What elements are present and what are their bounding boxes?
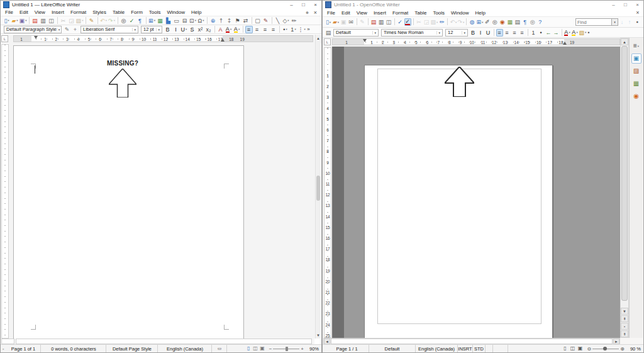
status-page-style[interactable]: Default	[369, 345, 416, 352]
horizontal-ruler[interactable]: 1 12345678910111213141516171819	[13, 35, 313, 42]
page-preview-button[interactable]: ◫	[386, 18, 392, 26]
tab-stop-selector[interactable]: L	[1, 35, 8, 42]
find-replace-button[interactable]: ◎	[120, 17, 128, 25]
sidebar-menu-button[interactable]: ≡▾	[631, 41, 641, 51]
basic-shapes-button[interactable]: ◇▾	[282, 17, 290, 25]
find-replace-button[interactable]: ◎	[491, 18, 498, 26]
insert-endnote-button[interactable]: ‡	[226, 17, 233, 25]
help-button[interactable]: ?	[536, 18, 543, 26]
export-pdf-button[interactable]: ▤	[31, 17, 39, 25]
toolbar-overflow-button[interactable]: ▪	[588, 30, 590, 35]
cross-reference-button[interactable]: ⇄	[242, 17, 250, 25]
insert-image-button[interactable]: ▦	[157, 17, 164, 25]
status-blank-2[interactable]	[493, 345, 508, 352]
increase-indent-button[interactable]: →	[553, 29, 560, 36]
chevron-down-icon[interactable]: ▾	[462, 31, 465, 35]
export-pdf-button[interactable]: ▤	[370, 18, 377, 26]
indent-marker[interactable]	[363, 39, 367, 42]
insert-chart-button[interactable]: ▙	[165, 17, 172, 25]
sidebar-tab-navigator[interactable]: ◉	[631, 91, 641, 101]
font-size-combo[interactable]: 12 ▾	[445, 29, 468, 36]
open-button[interactable]: ▰▾	[11, 17, 19, 25]
gallery-button[interactable]: ▦	[506, 18, 513, 26]
close-document-button[interactable]: ×	[635, 9, 641, 16]
status-language[interactable]: English (Canada)	[158, 345, 212, 352]
menu-format[interactable]: Format	[67, 9, 89, 15]
tab-stop-selector[interactable]: L	[324, 38, 331, 45]
highlight-color-button[interactable]: A▾	[233, 26, 241, 33]
styles-and-formatting-button[interactable]: ▤	[325, 29, 332, 36]
align-justify-button[interactable]: ≡	[270, 26, 277, 33]
single-page-view-button[interactable]: ▯	[562, 345, 569, 352]
close-button[interactable]: ×	[310, 1, 321, 9]
scroll-down-icon[interactable]: ▼	[316, 332, 321, 339]
insert-page-break-button[interactable]: ⊟	[181, 17, 189, 25]
chevron-down-icon[interactable]: ▾	[463, 21, 464, 24]
status-insert-mode[interactable]: INSRT	[458, 345, 473, 352]
email-document-button[interactable]: ✉	[348, 18, 355, 26]
open-button[interactable]: ▰▾	[333, 18, 340, 26]
chevron-down-icon[interactable]: ▾	[8, 19, 9, 22]
print-preview-button[interactable]: ◫	[48, 17, 55, 25]
vertical-scrollbar[interactable]: ▲ ▼	[315, 35, 321, 339]
insert-text-box-button[interactable]: ▭	[173, 17, 180, 25]
chevron-down-icon[interactable]: ▾	[154, 19, 155, 22]
zoom-level[interactable]: 90%	[307, 346, 321, 352]
menu-edit[interactable]: Edit	[16, 9, 31, 15]
zoom-slider-track[interactable]	[592, 349, 619, 349]
minimize-button[interactable]: –	[608, 1, 619, 9]
unordered-list-button[interactable]: •	[538, 29, 545, 36]
scrollbar-thumb[interactable]	[16, 339, 312, 344]
zoom-slider[interactable]: − +	[268, 346, 305, 352]
close-document-button[interactable]: ×	[312, 9, 319, 16]
chevron-down-icon[interactable]: ▾	[82, 19, 83, 22]
chevron-down-icon[interactable]: ▾	[238, 28, 240, 31]
zoom-slider[interactable]: ⊖ ⊕	[586, 346, 625, 352]
up-arrow-shape[interactable]	[445, 67, 474, 97]
document-area[interactable]: MISSING?	[9, 43, 315, 339]
menu-tools[interactable]: Tools	[430, 10, 448, 16]
auto-spellcheck-button[interactable]: ✓	[404, 18, 411, 26]
new-document-button[interactable]: ▯▾	[3, 17, 11, 25]
toolbar-overflow-button[interactable]: »	[307, 26, 309, 32]
minimize-button[interactable]: –	[286, 1, 297, 9]
insert-hyperlink-button[interactable]: ◍	[469, 18, 475, 26]
new-style-button[interactable]: +	[72, 26, 79, 33]
scrollbar-thumb[interactable]	[316, 176, 320, 201]
menu-form[interactable]: Form	[128, 9, 146, 15]
status-word-count[interactable]: 0 words, 0 characters	[41, 345, 106, 352]
indent-marker[interactable]	[221, 38, 225, 42]
chevron-down-icon[interactable]: ▾	[455, 21, 457, 24]
document-area[interactable]	[332, 47, 620, 338]
chevron-down-icon[interactable]: ▾	[585, 31, 586, 34]
single-page-view-button[interactable]: ▯	[245, 345, 252, 352]
menu-window[interactable]: Window	[448, 10, 472, 16]
status-page-style[interactable]: Default Page Style	[106, 345, 158, 352]
font-size-combo[interactable]: 12 pt ▾	[141, 26, 162, 33]
menu-styles[interactable]: Styles	[89, 9, 109, 15]
insert-line-button[interactable]: ╲	[274, 17, 282, 25]
menu-table[interactable]: Table	[411, 10, 430, 16]
document-page[interactable]	[364, 65, 553, 338]
chevron-down-icon[interactable]: ▾	[576, 31, 577, 34]
chevron-down-icon[interactable]: ▾	[286, 28, 287, 31]
selection-mode-icon[interactable]: ▭	[212, 345, 227, 352]
zoom-button[interactable]: ◎	[529, 18, 536, 26]
highlighting-button[interactable]: A▾	[572, 29, 579, 36]
chevron-down-icon[interactable]: ▾	[132, 28, 136, 31]
up-arrow-shape[interactable]	[109, 69, 136, 98]
print-button[interactable]: ▥	[378, 18, 385, 26]
show-draw-functions-button[interactable]: ✐	[484, 18, 491, 26]
chevron-down-icon[interactable]: ▾	[482, 21, 483, 24]
menu-help[interactable]: Help	[188, 9, 204, 15]
decrease-indent-button[interactable]: ←	[545, 29, 552, 36]
chevron-down-icon[interactable]: ▾	[186, 28, 187, 31]
zoom-out-icon[interactable]: −	[268, 346, 274, 352]
font-name-combo[interactable]: Liberation Serif ▾	[80, 26, 138, 33]
menu-format[interactable]: Format	[389, 10, 411, 16]
menu-file[interactable]: File	[2, 9, 16, 15]
chevron-down-icon[interactable]: ▾	[304, 28, 306, 31]
maximize-button[interactable]: □	[298, 1, 309, 9]
sidebar-tab-styles[interactable]: ▨	[631, 66, 641, 76]
vertical-ruler[interactable]	[1, 44, 9, 339]
